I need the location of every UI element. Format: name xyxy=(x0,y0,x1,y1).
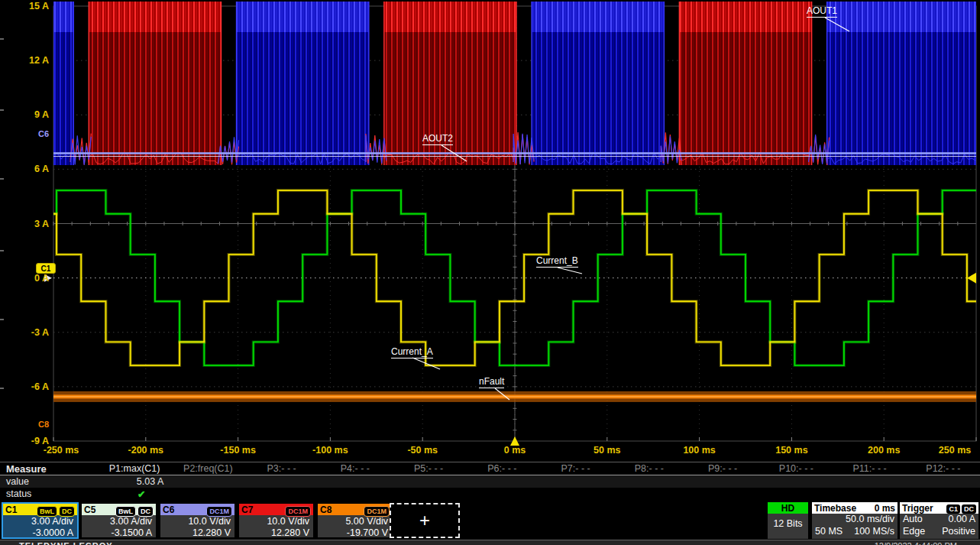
annotation-current_a[interactable]: Current_A xyxy=(391,346,433,358)
channel-marker-c8[interactable]: C8 xyxy=(31,420,49,429)
waveform-display xyxy=(0,0,980,459)
channel-badges: BwLDC xyxy=(114,503,154,517)
channel-id: C8 xyxy=(320,504,332,515)
measure-param-12[interactable]: P12:- - - xyxy=(907,463,980,474)
timebase-scale: 50.0 ms/div xyxy=(846,514,894,526)
channel-settings: 3.00 A/div-3.1500 A xyxy=(82,515,156,538)
channel-scale: 10.0 V/div xyxy=(160,516,231,527)
channel-header: C7DC1M xyxy=(239,504,313,515)
channel-scale: 3.00 A/div xyxy=(82,516,152,527)
measure-param-10[interactable]: P10:- - - xyxy=(759,463,833,474)
channel-id: C7 xyxy=(241,504,253,515)
channel-descriptor-c7[interactable]: C7DC1M10.0 V/div12.280 V xyxy=(238,502,315,539)
timebase-rate: 100 MS/s xyxy=(854,526,894,538)
channel-offset: -3.1500 A xyxy=(82,527,152,539)
edge-tick xyxy=(0,109,4,111)
badge-dc1m: DC1M xyxy=(364,506,390,517)
badge-bwl: BwL xyxy=(37,506,57,517)
annotation-aout1[interactable]: AOUT1 xyxy=(807,5,837,18)
channel-header: C8DC1M xyxy=(318,504,392,515)
x-axis-label: 150 ms xyxy=(761,445,822,456)
timebase-samples: 50 MS xyxy=(815,526,843,538)
channel-scale: 10.0 V/div xyxy=(239,516,309,527)
annotation-aout2[interactable]: AOUT2 xyxy=(422,133,453,145)
channel-header: C6DC1M xyxy=(160,504,234,515)
timebase-title: Timebase xyxy=(814,503,856,514)
channel-descriptor-c8[interactable]: C8DC1M5.00 V/div-19.700 V xyxy=(316,502,393,539)
badge-dc: DC xyxy=(59,506,75,517)
edge-tick xyxy=(0,38,4,40)
edge-tick xyxy=(0,319,4,320)
channel-offset: -3.0000 A xyxy=(3,527,73,539)
channel-settings: 10.0 V/div12.280 V xyxy=(239,515,313,538)
measure-param-4[interactable]: P4:- - - xyxy=(319,463,392,474)
channel-badges: DC1M xyxy=(362,503,390,517)
trigger-source-badges: C1DC xyxy=(945,503,976,514)
measure-status-row-label: status xyxy=(0,488,98,499)
trigger-mode: Auto xyxy=(903,514,923,526)
channel-badges: DC1M xyxy=(205,503,232,517)
trigger-box[interactable]: Trigger C1DC Auto 0.00 A Edge Positive xyxy=(900,502,978,539)
y-axis-label: 15 A xyxy=(3,1,49,11)
y-axis-label: 12 A xyxy=(3,55,49,66)
x-axis-label: 200 ms xyxy=(853,445,914,456)
hd-badge: HD xyxy=(781,503,794,514)
badge-bwl: BwL xyxy=(115,506,136,517)
waveforms xyxy=(32,2,980,402)
x-axis-label: 50 ms xyxy=(577,445,638,456)
timebase-box[interactable]: Timebase 0 ms 50.0 ms/div 50 MS 100 MS/s xyxy=(812,502,898,539)
badge-dc1m: DC1M xyxy=(206,506,232,517)
measure-value-1: 5.03 A xyxy=(98,476,171,487)
x-axis-label: -100 ms xyxy=(299,445,361,456)
measure-param-6[interactable]: P6:- - - xyxy=(465,463,539,474)
channel-marker-c1[interactable]: C1 xyxy=(36,263,56,274)
x-axis-label: -250 ms xyxy=(31,445,92,456)
measure-param-1[interactable]: P1:max(C1) xyxy=(98,463,171,474)
measure-param-2[interactable]: P2:freq(C1) xyxy=(171,463,244,474)
trigger-title: Trigger xyxy=(902,503,933,514)
y-axis-label: 6 A xyxy=(3,164,49,174)
y-axis-label: 9 A xyxy=(3,109,49,120)
channel-scale: 3.00 A/div xyxy=(3,516,73,527)
x-axis-label: 0 ms xyxy=(484,445,545,456)
measure-param-7[interactable]: P7:- - - xyxy=(539,463,613,474)
measure-param-9[interactable]: P9:- - - xyxy=(686,463,759,474)
timestamp: 12/9/2022 4:44:09 PM xyxy=(875,541,957,545)
edge-tick xyxy=(0,250,4,251)
channel-descriptor-c6[interactable]: C6DC1M10.0 V/div12.280 V xyxy=(159,502,236,539)
trigger-level: 0.00 A xyxy=(949,514,975,526)
measure-param-11[interactable]: P11:- - - xyxy=(833,463,907,474)
channel-settings: 10.0 V/div12.280 V xyxy=(160,515,234,538)
edge-tick xyxy=(0,388,4,389)
x-axis-label: 250 ms xyxy=(924,445,980,456)
measure-param-8[interactable]: P8:- - - xyxy=(613,463,686,474)
measure-param-3[interactable]: P3:- - - xyxy=(245,463,319,474)
bit-depth: 12 Bits xyxy=(773,518,802,530)
acquisition-box[interactable]: HD 12 Bits xyxy=(768,502,808,539)
annotation-current_b[interactable]: Current_B xyxy=(536,255,578,268)
annotation-nfault[interactable]: nFault xyxy=(479,376,504,388)
measure-title: Measure xyxy=(0,463,98,475)
measure-param-5[interactable]: P5:- - - xyxy=(392,463,465,474)
oscilloscope-screen: 15 A12 A9 A6 A3 A0 A-3 A-6 A-9 A -250 ms… xyxy=(0,0,980,545)
channel-badges: BwLDC xyxy=(35,503,75,517)
channel-offset: 12.280 V xyxy=(239,527,309,539)
channel-descriptor-c1[interactable]: C1BwLDC3.00 A/div-3.0000 A xyxy=(2,502,79,539)
channel-marker-c6[interactable]: C6 xyxy=(31,129,49,138)
badge-dc: DC xyxy=(137,506,154,517)
channel-header: C1BwLDC xyxy=(3,504,77,515)
footer-strip: TELEDYNE LECROY 12/9/2022 4:44:09 PM xyxy=(0,540,980,545)
channel-descriptor-c5[interactable]: C5BwLDC3.00 A/div-3.1500 A xyxy=(80,502,157,539)
badge-dc1m: DC1M xyxy=(285,506,311,517)
channel-id: C1 xyxy=(5,504,17,515)
y-axis-label: -3 A xyxy=(3,327,49,338)
add-channel-button[interactable]: + xyxy=(390,503,460,538)
trigger-type: Edge xyxy=(903,526,925,538)
x-axis-label: -150 ms xyxy=(208,445,269,456)
y-axis-label: -6 A xyxy=(3,381,49,392)
edge-tick xyxy=(0,178,4,180)
timebase-offset: 0 ms xyxy=(875,503,895,514)
channel-descriptor-bar: C8DC1M5.00 V/div-19.700 VC7DC1M10.0 V/di… xyxy=(0,502,980,539)
measure-value-row-label: value xyxy=(0,476,98,487)
trigger-markers xyxy=(44,273,976,446)
